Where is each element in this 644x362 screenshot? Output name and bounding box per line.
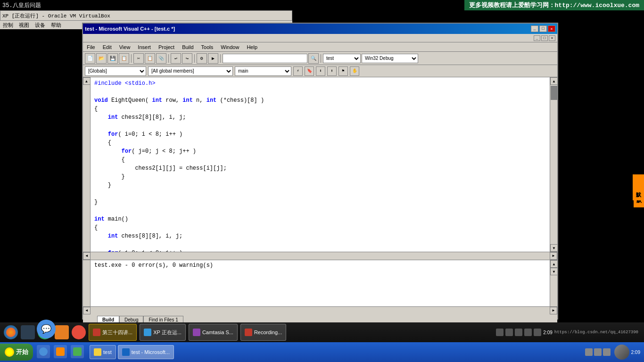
open-button[interactable]: 📂 (96, 53, 107, 64)
toolbar2-btn1[interactable]: ⚡ (293, 66, 303, 76)
undo-button[interactable]: ↩ (171, 53, 181, 64)
new-file-button[interactable]: 📄 (85, 53, 95, 64)
left-scrollbar[interactable]: ▲ (83, 77, 91, 252)
app-icon-windows[interactable] (4, 325, 18, 339)
taskbar-vbox-item[interactable]: XP 正在运... (140, 324, 186, 341)
save-button[interactable]: 💾 (107, 53, 118, 64)
vbox-taskbar-label: XP 正在运... (153, 329, 182, 336)
output-scroll-up[interactable]: ▲ (550, 260, 558, 268)
chat-button[interactable]: 💬 (37, 320, 56, 338)
start-button[interactable]: 开始 (0, 344, 33, 361)
toolbar2-btn2[interactable]: 🔖 (305, 66, 314, 76)
compile-button[interactable]: ⚙ (197, 53, 207, 64)
taskbar-ppt-item[interactable]: 第三十四讲... (89, 324, 137, 341)
taskbar-msvc-label: test - Microsoft... (132, 349, 170, 355)
sound-icon[interactable] (594, 348, 602, 356)
code-line-15: } (94, 198, 546, 206)
app-icon-5[interactable] (72, 325, 86, 339)
scroll-up-arrow[interactable]: ▲ (83, 77, 91, 85)
scroll-right-arrow[interactable]: ► (550, 252, 557, 260)
quicklaunch-icon3[interactable] (71, 345, 84, 358)
taskbar-camtasia-item[interactable]: Camtasia S... (189, 324, 238, 341)
quicklaunch-icon1[interactable] (37, 345, 50, 358)
menu-insert[interactable]: Insert (136, 44, 153, 50)
code-line-17: int main() (94, 215, 546, 223)
msvc-title-text: test - Microsoft Visual C++ - [test.c *] (85, 26, 175, 32)
h-scrollbar[interactable]: ◄ ► (83, 252, 557, 259)
copy-button[interactable]: 📋 (145, 53, 155, 64)
right-scrollbar[interactable]: ▲ ▼ (550, 77, 557, 252)
inner-close-button[interactable]: ✕ (549, 35, 555, 41)
search-input[interactable] (223, 54, 307, 63)
vbox-menu-device[interactable]: 设备 (35, 22, 45, 29)
redo-button[interactable]: ↪ (182, 53, 192, 64)
taskbar-msvc[interactable]: test - Microsoft... (118, 345, 174, 359)
search-button[interactable]: 🔍 (308, 53, 319, 64)
code-editor[interactable]: ▲ #include <stdio.h> void EightQueen( in… (83, 77, 557, 252)
menu-edit[interactable]: Edit (101, 44, 114, 50)
inner-maximize-button[interactable]: □ (541, 35, 548, 41)
close-button[interactable]: ✕ (548, 25, 555, 32)
config-combo[interactable]: Win32 Debug (362, 54, 418, 63)
run-button[interactable]: ▶ (208, 53, 218, 64)
h-scrollbar-track[interactable] (91, 252, 550, 260)
network-icon[interactable] (585, 348, 593, 356)
security-icon[interactable] (603, 348, 611, 356)
minimize-button[interactable]: _ (531, 25, 538, 32)
output-scroll-left[interactable]: ◄ (83, 307, 91, 314)
output-scrollbar[interactable]: ▲ ▼ (550, 260, 557, 306)
volume-icon[interactable] (534, 329, 541, 336)
output-scroll-down[interactable]: ▼ (550, 268, 558, 275)
scroll-down-right[interactable]: ▼ (550, 244, 558, 252)
tray-icon2[interactable] (505, 329, 513, 336)
quicklaunch-icon2[interactable] (54, 345, 67, 358)
vbox-menu-control[interactable]: 控制 (3, 22, 13, 29)
toolbar2-btn6[interactable]: ✋ (350, 66, 359, 76)
tray-icon1[interactable] (496, 329, 504, 336)
toolbar2-btn5[interactable]: ⚑ (339, 66, 348, 76)
show-desktop-icon (73, 347, 82, 356)
code-line-21: for( i=0; i < 8; i++ ) (94, 249, 546, 252)
toolbar2: [Globals] [All global members] main ⚡ 🔖 … (83, 65, 557, 77)
taskbar-recording-item[interactable]: Recording... (240, 324, 286, 341)
menu-window[interactable]: Window (219, 44, 241, 50)
cut-button[interactable]: ✂ (133, 53, 144, 64)
code-line-10: { (94, 156, 546, 164)
toolbar2-btn3[interactable]: ⬇ (316, 66, 325, 76)
toolbar-separator4 (220, 54, 221, 63)
globals-combo[interactable]: [Globals] (85, 66, 146, 76)
menu-project[interactable]: Project (157, 44, 176, 50)
function-combo[interactable]: main (235, 66, 291, 76)
maximize-button[interactable]: □ (539, 25, 547, 32)
menu-view[interactable]: View (117, 44, 132, 50)
menu-build[interactable]: Build (180, 44, 195, 50)
toolbar2-btn4[interactable]: ⬆ (327, 66, 337, 76)
menu-file[interactable]: File (85, 44, 97, 50)
menu-help[interactable]: Help (245, 44, 259, 50)
user-avatar[interactable] (614, 345, 629, 360)
save-all-button[interactable]: 📋 (119, 53, 129, 64)
output-h-track[interactable] (91, 307, 550, 314)
default-label[interactable]: 默认 (633, 174, 644, 200)
scroll-up-right[interactable]: ▲ (550, 77, 558, 85)
tray-icon4[interactable] (524, 329, 532, 336)
app-icon-2[interactable] (21, 325, 35, 339)
menu-tools[interactable]: Tools (199, 44, 215, 50)
scroll-left-arrow[interactable]: ◄ (83, 252, 91, 260)
vbox-menu-view[interactable]: 视图 (19, 22, 29, 29)
systray-icons (585, 348, 611, 356)
scrollbar-thumb[interactable] (551, 86, 557, 100)
taskbar-test-folder[interactable]: test (90, 345, 116, 359)
recording-label: Recording... (254, 329, 282, 335)
app-icon-4[interactable] (55, 325, 69, 339)
paste-button[interactable]: 📎 (156, 53, 166, 64)
output-h-scrollbar[interactable]: ◄ ► (83, 306, 557, 314)
members-combo[interactable]: [All global members] (148, 66, 233, 76)
code-content[interactable]: #include <stdio.h> void EightQueen( int … (91, 77, 550, 252)
inner-minimize-button[interactable]: _ (534, 35, 540, 41)
vbox-menu-help[interactable]: 帮助 (51, 22, 61, 29)
output-panel: test.exe - 0 error(s), 0 warning(s) ▲ ▼ (83, 259, 557, 306)
output-scroll-right[interactable]: ► (550, 307, 557, 314)
project-combo[interactable]: test (323, 54, 361, 63)
tray-icon3[interactable] (515, 329, 522, 336)
